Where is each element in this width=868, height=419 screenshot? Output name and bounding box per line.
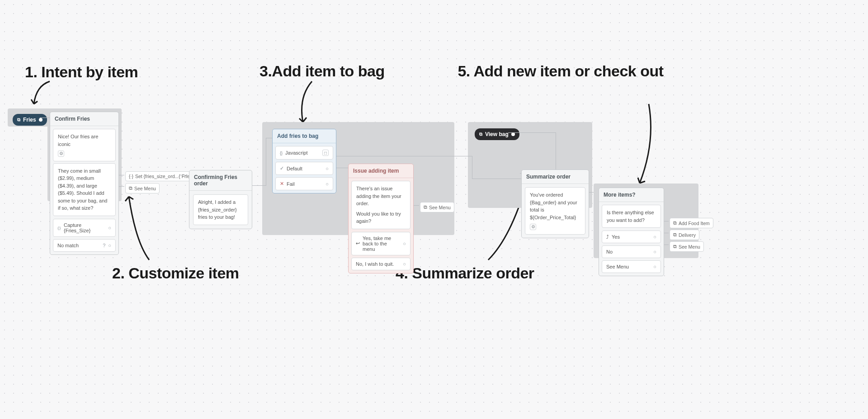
link-icon: ⧉ [17,117,20,122]
card-more-items[interactable]: More items? Is there anything else you w… [599,188,664,276]
card-summarize[interactable]: Summarize order You've ordered {Bag_orde… [521,169,589,238]
summarize-body: You've ordered {Bag_order} and your tota… [525,187,585,235]
issue-body: There's an issue adding the item your or… [351,181,410,229]
row-js[interactable]: Javascript □ [275,146,333,160]
chip-see-menu-1[interactable]: ⧉ See Menu [125,183,160,193]
expand-icon[interactable]: □ [322,150,329,156]
row-default[interactable]: Default ○ [275,162,333,175]
capture-icon [57,225,61,231]
chip-see-menu-2[interactable]: ⧉ See Menu [420,202,454,212]
x-icon [280,181,284,187]
annotation-2: 2. Customize item [112,264,239,282]
row-nomatch[interactable]: No match ? ○ [53,239,116,252]
card-title: More items? [599,188,664,202]
js-icon [280,150,283,155]
pill-fries[interactable]: ⧉ Fries [13,114,47,126]
card-confirming[interactable]: Confirming Fries order Alright, I added … [189,170,252,229]
row-see-menu[interactable]: See Menu ○ [602,260,661,273]
card-issue[interactable]: Issue adding item There's an issue addin… [348,164,414,273]
more-body: Is there anything else you want to add? [602,205,661,228]
annotation-1: 1. Intent by item [25,63,138,81]
link-icon: ⧉ [479,132,482,137]
port-dot[interactable] [511,132,515,136]
check-icon [280,165,284,171]
card-title: Confirm Fries [50,112,118,126]
pill-label: Fries [23,117,36,123]
settings-icon[interactable]: ⚙ [530,224,536,230]
annotation-3: 3.Add item to bag [259,62,385,80]
card-confirm-fries[interactable]: Confirm Fries Nice! Our fries are iconic… [50,112,119,255]
card-title: Add fries to bag [273,129,336,143]
chip-delivery[interactable]: ⧉ Delivery [670,230,699,240]
card-add-bag[interactable]: Add fries to bag Javascript □ Default ○ … [272,129,336,193]
card-title: Confirming Fries order [189,170,252,191]
row-yes-back[interactable]: ↩ Yes, take me back to the menu ○ [351,232,410,255]
speak-box-1: Nice! Our fries are iconic ⚙ [53,129,116,161]
speak-body: Alright, I added a {fries_size_order} fr… [193,194,248,225]
row-fail[interactable]: Fail ○ [275,177,333,190]
annotation-4: 4. Summarize order [396,264,534,282]
speak-box-2: They come in small ($2.99), medium ($4.3… [53,163,116,216]
row-capture[interactable]: Capture {Fries_Size} ○ [53,219,116,237]
card-title: Summarize order [522,170,589,184]
annotation-5: 5. Add new item or check out [452,62,669,80]
settings-icon[interactable]: ⚙ [58,151,64,157]
row-no-quit[interactable]: No, I wish to quit. ○ [351,258,410,270]
chip-add-food[interactable]: ⧉ Add Food Item [670,218,713,228]
row-yes[interactable]: ⤴ Yes ○ [602,231,661,243]
branch-icon: ⤴ [606,234,609,240]
help-icon: ? [103,243,105,248]
return-icon: ↩ [356,240,360,246]
port-dot[interactable] [39,118,42,122]
card-title: Issue adding item [349,164,413,178]
pill-view-bag[interactable]: ⧉ View bag [475,128,519,140]
chip-see-menu-3[interactable]: ⧉ See Menu [670,241,704,252]
row-no[interactable]: No ○ [602,245,661,258]
pill-label: View bag [485,131,509,137]
